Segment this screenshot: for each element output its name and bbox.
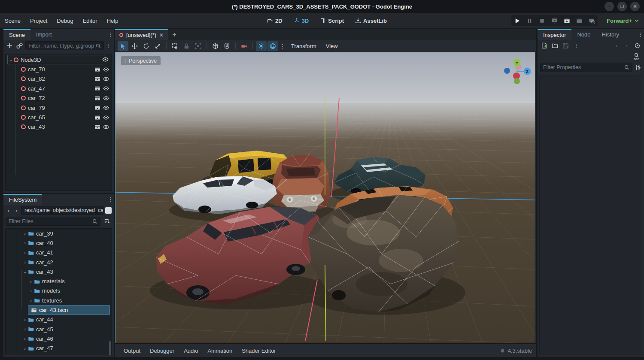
menu-project[interactable]: Project bbox=[25, 18, 52, 24]
scene-filter-input[interactable]: Filter: name, t:type, g:group bbox=[25, 41, 104, 50]
close-tab-icon[interactable]: ✕ bbox=[159, 32, 164, 38]
scene-dock-menu-icon[interactable]: ⋮ bbox=[107, 31, 114, 38]
tab-import[interactable]: Import bbox=[30, 29, 58, 40]
scene-instance-icon[interactable] bbox=[94, 85, 100, 91]
history-back-icon[interactable]: ‹ bbox=[614, 42, 620, 49]
pause-button[interactable] bbox=[526, 18, 533, 24]
scene-instance-icon[interactable] bbox=[94, 67, 100, 73]
menu-scene[interactable]: Scene bbox=[0, 18, 25, 24]
instance-scene-button[interactable] bbox=[15, 41, 24, 51]
menu-help[interactable]: Help bbox=[102, 18, 123, 24]
car-mesh-rust-classic[interactable] bbox=[271, 154, 330, 212]
panel-output[interactable]: Output bbox=[119, 348, 145, 354]
panel-audio[interactable]: Audio bbox=[179, 348, 202, 354]
fs-row-car40[interactable]: ›car_40 bbox=[6, 238, 112, 248]
scene-instance-icon[interactable] bbox=[94, 76, 100, 82]
scene-instance-icon[interactable] bbox=[94, 124, 100, 130]
tree-row-car79[interactable]: car_79 bbox=[6, 103, 112, 112]
inspector-filter-input[interactable]: Filter Properties bbox=[540, 63, 632, 72]
visibility-eye-icon[interactable] bbox=[103, 76, 109, 82]
tree-row-car70[interactable]: car_70 bbox=[6, 64, 112, 74]
stop-button[interactable] bbox=[539, 18, 545, 24]
play-scene-button[interactable] bbox=[564, 18, 570, 24]
projection-label[interactable]: ⋮ Perspective bbox=[121, 56, 161, 65]
search-docs-icon[interactable]: DOC bbox=[633, 53, 640, 61]
history-forward-icon[interactable]: › bbox=[624, 42, 630, 49]
preview-sunlight-button[interactable] bbox=[256, 41, 267, 51]
root-eye-icon[interactable] bbox=[102, 56, 109, 63]
viewport-3d[interactable]: ⋮ Perspective Y Z bbox=[115, 52, 535, 343]
select-tool-button[interactable] bbox=[118, 41, 128, 51]
fs-row-car41[interactable]: ›car_41 bbox=[6, 248, 112, 257]
tab-filesystem[interactable]: FileSystem bbox=[3, 194, 42, 205]
view-gizmo[interactable]: Y Z bbox=[501, 54, 533, 85]
panel-animation[interactable]: Animation bbox=[203, 348, 237, 354]
lock-button[interactable] bbox=[181, 41, 192, 51]
fs-row-textures[interactable]: ›textures bbox=[6, 296, 112, 305]
local-space-button[interactable] bbox=[210, 41, 221, 51]
close-button[interactable]: ✕ bbox=[630, 2, 640, 11]
sort-files-icon[interactable] bbox=[102, 217, 112, 226]
maximize-button[interactable]: ❐ bbox=[617, 2, 627, 11]
nav-forward-icon[interactable]: › bbox=[13, 207, 19, 214]
menu-debug[interactable]: Debug bbox=[52, 18, 78, 24]
load-resource-folder-icon[interactable] bbox=[552, 42, 558, 49]
tab-node[interactable]: Node bbox=[571, 29, 596, 40]
resource-options-icon[interactable]: ⋮ bbox=[573, 42, 580, 49]
tree-row-car72[interactable]: car_72 bbox=[6, 94, 112, 103]
split-mode-toggle[interactable] bbox=[105, 207, 112, 214]
fs-row-materials[interactable]: ›materials bbox=[6, 276, 112, 286]
tree-row-car82[interactable]: car_82 bbox=[6, 74, 112, 84]
add-node-button[interactable] bbox=[6, 41, 14, 51]
tab-scene[interactable]: Scene bbox=[3, 29, 30, 40]
fs-row-car42[interactable]: ›car_42 bbox=[6, 257, 112, 267]
new-scene-tab-button[interactable]: + bbox=[168, 29, 181, 40]
nav-back-icon[interactable]: ‹ bbox=[6, 207, 12, 214]
visibility-eye-icon[interactable] bbox=[103, 115, 109, 121]
rotate-tool-button[interactable] bbox=[141, 41, 152, 51]
renderer-select[interactable]: Forward+ bbox=[607, 13, 639, 28]
view-menu[interactable]: View bbox=[322, 43, 342, 49]
filesystem-menu-icon[interactable]: ⋮ bbox=[107, 196, 114, 203]
fs-row-car45[interactable]: ›car_45 bbox=[6, 324, 112, 334]
move-tool-button[interactable] bbox=[129, 41, 140, 51]
visibility-eye-icon[interactable] bbox=[103, 85, 109, 91]
play-button[interactable] bbox=[514, 18, 520, 24]
group-button[interactable] bbox=[193, 41, 204, 51]
tab-assetlib[interactable]: AssetLib bbox=[351, 18, 391, 24]
filesystem-path[interactable]: res://game_objects/destroyed_cars/ bbox=[21, 206, 103, 215]
preview-environment-button[interactable] bbox=[267, 41, 278, 51]
tab-script[interactable]: Script bbox=[316, 18, 348, 24]
scene-instance-icon[interactable] bbox=[94, 115, 100, 121]
visibility-eye-icon[interactable] bbox=[103, 95, 109, 101]
visibility-eye-icon[interactable] bbox=[103, 124, 109, 130]
tab-3d[interactable]: 3D bbox=[289, 18, 313, 24]
fs-row-car47[interactable]: ›car_47 bbox=[6, 344, 112, 353]
menu-editor[interactable]: Editor bbox=[78, 18, 102, 24]
tree-row-root[interactable]: ⌄ Node3D bbox=[7, 55, 105, 64]
visibility-eye-icon[interactable] bbox=[103, 105, 109, 111]
scrollbar[interactable] bbox=[109, 341, 111, 355]
panel-debugger[interactable]: Debugger bbox=[146, 348, 179, 354]
fs-row-car39[interactable]: ›car_39 bbox=[6, 229, 112, 238]
fs-row-car43-tscn[interactable]: car_43.tscn bbox=[28, 305, 110, 315]
fs-row-car43[interactable]: ⌄car_43 bbox=[6, 267, 112, 276]
tree-row-car47[interactable]: car_47 bbox=[6, 84, 112, 93]
new-resource-icon[interactable] bbox=[541, 42, 547, 49]
remote-debug-button[interactable] bbox=[551, 18, 558, 24]
object-history-icon[interactable] bbox=[634, 42, 641, 49]
viewport-menu-icon[interactable]: ⋮ bbox=[123, 58, 127, 64]
tree-row-car65[interactable]: car_65 bbox=[6, 112, 112, 122]
scale-tool-button[interactable] bbox=[152, 41, 163, 51]
snap-button[interactable] bbox=[222, 41, 232, 51]
tab-inspector[interactable]: Inspector bbox=[538, 29, 571, 40]
tab-2d[interactable]: 2D bbox=[263, 18, 287, 24]
scene-tree-options-icon[interactable]: ⋮ bbox=[106, 42, 112, 49]
minimize-button[interactable]: – bbox=[605, 2, 614, 11]
panel-shader-editor[interactable]: Shader Editor bbox=[237, 348, 280, 354]
scene-instance-icon[interactable] bbox=[94, 105, 100, 111]
tree-row-car43[interactable]: car_43 bbox=[6, 122, 112, 132]
camera-preview-button[interactable] bbox=[239, 41, 249, 51]
tab-history[interactable]: History bbox=[596, 29, 625, 40]
save-resource-icon[interactable] bbox=[562, 42, 569, 49]
